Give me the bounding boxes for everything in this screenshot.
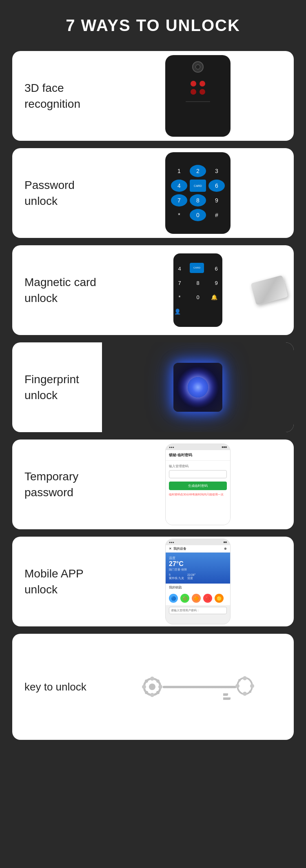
card-label-fingerprint: Fingerprintunlock (12, 363, 102, 411)
app-icon-4: 🔴 (203, 594, 212, 603)
face-dot-2 (200, 81, 205, 87)
svg-point-3 (150, 693, 154, 697)
temp-input-label: 输入管理密码 (169, 464, 227, 468)
app-password-input[interactable]: 请输入管理用户密码： (169, 607, 227, 614)
mk-person: 👤 (171, 306, 184, 318)
card-magnetic: Magnetic cardunlock 4 CARD 6 7 8 9 * 0 🔔… (12, 245, 294, 335)
magnetic-card-chip (251, 275, 288, 305)
magnetic-visual: 4 CARD 6 7 8 9 * 0 🔔 👤 (102, 245, 294, 335)
app-blue-area: 温度 27°C 隔门音量·保障 5紫外线·九龙 22/28°湿度 (166, 553, 230, 584)
card-face-recognition: 3D face recognition (12, 51, 294, 141)
card-mobile-app: Mobile APPunlock ●●● ■■ ✕ 我的设备 ⊕ 温度 27°C… (12, 537, 294, 626)
face-visual (102, 51, 294, 141)
app-phone: ●●● ■■ ✕ 我的设备 ⊕ 温度 27°C 隔门音量·保障 5紫外线·九龙 … (165, 539, 231, 624)
app-stats: 5紫外线·九龙 22/28°湿度 (169, 573, 227, 580)
mk-6: 6 (208, 263, 224, 275)
camera-icon (192, 61, 204, 73)
app-nav-title: 我的设备 (173, 546, 186, 551)
svg-point-14 (250, 684, 254, 688)
mk-8: 8 (190, 277, 206, 289)
key-bow-deco (141, 676, 164, 698)
app-signal: ●●● (169, 541, 174, 544)
key-illustration (102, 675, 294, 699)
key-teeth (223, 693, 231, 700)
mk-9: 9 (208, 277, 224, 289)
face-dot-1 (191, 81, 196, 87)
svg-point-16 (249, 690, 251, 693)
svg-point-4 (142, 685, 146, 689)
card-temporary-password: Temporarypassword ●●● ■■■ 锁秘·临时密码 输入管理密码… (12, 440, 294, 529)
app-stat-2: 22/28°湿度 (187, 573, 195, 580)
key-0: 0 (190, 209, 206, 221)
key-shaft (163, 686, 236, 688)
svg-point-12 (243, 692, 247, 696)
card-label-key: key to unlock (12, 671, 102, 702)
svg-point-2 (150, 677, 154, 681)
key-star: * (171, 209, 187, 221)
magcard-phone: 4 CARD 6 7 8 9 * 0 🔔 👤 (173, 253, 222, 327)
key-3: 3 (208, 165, 225, 177)
key-4: 4 (171, 180, 187, 192)
temp-phone-body: 输入管理密码 生成临时密码 临时密码在30分钟有效时间内只能使用一次 (166, 461, 230, 525)
fingerprint-glow (173, 363, 222, 412)
key-tooth-1 (223, 693, 228, 696)
mk-4: 4 (171, 263, 188, 275)
key-end-svg (235, 675, 255, 697)
keypad-phone: 1 2 3 4 CARD 6 7 8 9 * 0 # (165, 152, 231, 234)
mk-star: * (171, 291, 188, 304)
key-6: 6 (208, 180, 225, 192)
temp-visual: ●●● ■■■ 锁秘·临时密码 输入管理密码 生成临时密码 临时密码在30分钟有… (102, 440, 294, 529)
page-title: 7 WAYS TO UNLOCK (66, 16, 240, 35)
app-icon-5: 🟡 (215, 594, 224, 603)
app-nav: ✕ 我的设备 ⊕ (166, 545, 230, 553)
face-dot-4 (200, 89, 205, 95)
face-sensor-dots (191, 81, 205, 87)
key-2: 2 (190, 165, 206, 177)
svg-point-9 (145, 691, 148, 694)
app-my-keys-label: 我的钥匙 (166, 584, 230, 591)
key-5-card: CARD (190, 180, 206, 192)
app-battery: ■■ (224, 541, 227, 544)
fingerprint-visual (102, 342, 294, 432)
svg-point-13 (235, 684, 239, 688)
mk-7: 7 (171, 277, 188, 289)
key-1: 1 (171, 165, 187, 177)
app-temp-val: 27°C (169, 560, 227, 568)
magcard-keypad: 4 CARD 6 7 8 9 * 0 🔔 👤 (171, 263, 224, 318)
card-label-password: Passwordunlock (12, 169, 102, 217)
key-visual (102, 642, 294, 732)
face-dot-3 (191, 89, 196, 95)
svg-point-1 (149, 684, 155, 690)
mk-0: 0 (190, 291, 206, 304)
key-bow-svg (141, 676, 164, 698)
key-hash: # (208, 209, 225, 221)
temp-generate-btn[interactable]: 生成临时密码 (169, 482, 227, 490)
app-temp-label: 温度 (169, 556, 227, 560)
temp-input-box (169, 470, 227, 478)
svg-point-7 (156, 691, 160, 694)
mk-5: CARD (190, 263, 204, 273)
face-sensor-dots-2 (191, 89, 205, 95)
temp-app-title: 锁秘·临时密码 (166, 450, 230, 461)
svg-point-6 (145, 679, 148, 683)
app-icons-row: 🔵 🟢 🟠 🔴 🟡 (166, 591, 230, 605)
app-nav-add: ⊕ (224, 547, 227, 551)
magcard-container: 4 CARD 6 7 8 9 * 0 🔔 👤 (102, 249, 294, 331)
temp-battery: ■■■ (222, 446, 227, 448)
card-label-face: 3D face recognition (12, 72, 102, 120)
phone-bottom-bar (186, 101, 210, 102)
keypad-grid: 1 2 3 4 CARD 6 7 8 9 * 0 # (171, 165, 225, 221)
temp-notice: 临时密码在30分钟有效时间内只能使用一次 (169, 493, 227, 496)
password-visual: 1 2 3 4 CARD 6 7 8 9 * 0 # (102, 148, 294, 238)
svg-point-11 (243, 676, 247, 680)
app-icon-1: 🔵 (169, 594, 178, 603)
key-end-deco (235, 675, 255, 699)
app-visual: ●●● ■■ ✕ 我的设备 ⊕ 温度 27°C 隔门音量·保障 5紫外线·九龙 … (102, 537, 294, 626)
card-label-app: Mobile APPunlock (12, 557, 102, 606)
temp-phone: ●●● ■■■ 锁秘·临时密码 输入管理密码 生成临时密码 临时密码在30分钟有… (165, 444, 231, 525)
app-sub-label: 隔门音量·保障 (169, 568, 227, 572)
face-phone (165, 55, 231, 137)
app-icon-3: 🟠 (192, 594, 201, 603)
svg-point-5 (158, 685, 162, 689)
mk-hash: 🔔 (208, 291, 220, 304)
